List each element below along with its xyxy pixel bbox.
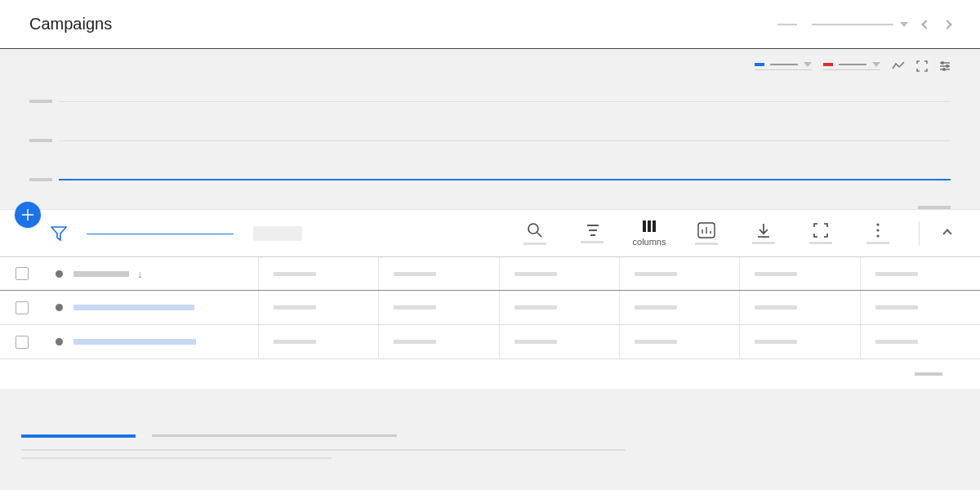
footer-text-line: [21, 449, 626, 451]
metric-selector-a[interactable]: [755, 62, 812, 70]
x-axis-tick: [918, 206, 951, 209]
filter-button[interactable]: [51, 226, 67, 241]
footer-text: [152, 434, 397, 437]
active-filter-chip[interactable]: [87, 233, 234, 234]
tool-label-placeholder: [523, 243, 546, 245]
metric-value: [875, 272, 918, 276]
status-cell: [44, 304, 74, 311]
svg-point-9: [528, 224, 538, 234]
tool-label-placeholder: [866, 242, 889, 244]
metric-value: [274, 340, 316, 344]
svg-point-25: [876, 234, 879, 237]
metric-value: [875, 340, 918, 344]
columns-icon: [642, 220, 657, 233]
metric-b-label: [839, 64, 866, 65]
metric-cell: [378, 325, 498, 359]
metric-value: [274, 272, 316, 276]
search-button[interactable]: [519, 222, 551, 245]
metric-cell: [378, 257, 498, 290]
expand-button[interactable]: [804, 223, 837, 244]
segment-button[interactable]: [576, 224, 608, 243]
svg-point-24: [876, 229, 879, 231]
report-icon: [697, 222, 715, 238]
more-button[interactable]: [862, 223, 894, 244]
svg-point-4: [947, 65, 949, 68]
dropdown-icon: [900, 22, 908, 27]
divider: [919, 221, 920, 246]
svg-rect-16: [653, 220, 656, 232]
sort-arrow-icon[interactable]: ↓: [137, 268, 143, 280]
metric-cell: [739, 291, 859, 324]
metric-value: [635, 272, 677, 276]
columns-button[interactable]: columns: [633, 220, 666, 247]
metric-cell: [739, 257, 859, 290]
campaign-name: [74, 305, 194, 310]
new-campaign-button[interactable]: [15, 202, 41, 228]
status-cell: [44, 338, 74, 345]
footer-placeholder: [915, 372, 942, 376]
svg-line-10: [537, 233, 541, 237]
y-axis-tick: [29, 139, 52, 142]
date-range-picker[interactable]: [812, 22, 908, 27]
metric-b-swatch: [823, 63, 833, 66]
status-dot: [56, 270, 63, 278]
chart-gridline: [29, 82, 951, 121]
svg-point-5: [943, 69, 946, 71]
metric-cell: [258, 291, 378, 324]
fullscreen-icon: [813, 223, 828, 238]
metric-value: [394, 305, 436, 310]
metric-a-swatch: [755, 63, 764, 66]
download-button[interactable]: [747, 223, 780, 244]
next-period-button[interactable]: [942, 20, 951, 29]
metric-cell: [860, 325, 980, 359]
row-checkbox-cell: [0, 336, 44, 349]
table-header-row: ↓: [0, 256, 980, 291]
metric-value: [755, 305, 797, 310]
expand-chart-button[interactable]: [916, 60, 928, 72]
chart-type-button[interactable]: [892, 60, 905, 72]
metric-value: [274, 305, 316, 310]
metric-a-label: [770, 64, 798, 65]
name-cell[interactable]: [74, 339, 258, 345]
svg-point-3: [942, 62, 944, 65]
name-cell[interactable]: [74, 305, 258, 310]
metric-cell: [739, 325, 859, 359]
chart-data-line: [59, 179, 951, 180]
collapse-button[interactable]: [942, 229, 951, 238]
metric-value: [875, 305, 918, 310]
reports-button[interactable]: [690, 222, 723, 245]
footer-link[interactable]: [21, 434, 136, 438]
metric-cell: [860, 257, 980, 290]
row-checkbox[interactable]: [16, 336, 29, 349]
status-cell: [44, 270, 74, 278]
metric-cell: [499, 257, 619, 290]
gridline: [59, 101, 951, 102]
adjust-chart-button[interactable]: [939, 60, 951, 72]
name-cell[interactable]: ↓: [74, 268, 258, 280]
status-dot: [56, 304, 63, 311]
metric-value: [755, 272, 797, 276]
metric-cell: [258, 257, 378, 290]
page-header: Campaigns: [0, 0, 980, 49]
table-row: [0, 325, 980, 359]
prev-period-button[interactable]: [921, 20, 930, 29]
svg-marker-8: [51, 227, 66, 240]
page-title: Campaigns: [29, 15, 112, 33]
chart-area: [0, 77, 980, 209]
metric-value: [635, 305, 677, 310]
metric-value: [514, 340, 557, 344]
y-axis-tick: [29, 100, 52, 103]
metric-cell: [860, 291, 980, 324]
more-vert-icon: [875, 223, 880, 238]
svg-rect-14: [643, 220, 646, 232]
footer-section: [0, 389, 980, 459]
row-checkbox-cell: [0, 301, 44, 314]
row-checkbox[interactable]: [16, 301, 29, 314]
status-dot: [56, 338, 63, 345]
metric-selector-b[interactable]: [823, 62, 880, 70]
filter-placeholder: [253, 226, 302, 241]
row-checkbox[interactable]: [16, 267, 29, 280]
metric-cell: [499, 325, 619, 359]
metric-value: [394, 272, 436, 276]
tool-label-placeholder: [809, 242, 832, 244]
